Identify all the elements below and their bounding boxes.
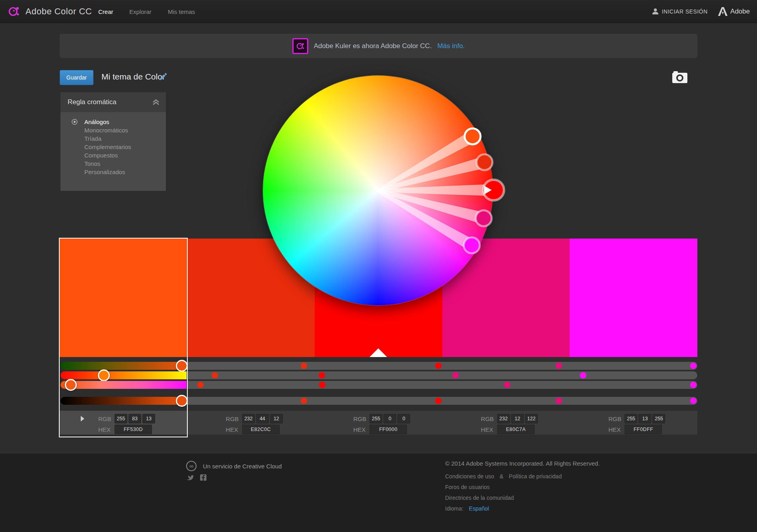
- rgb-value-field[interactable]: 122: [525, 414, 538, 423]
- color-slider[interactable]: [187, 397, 315, 405]
- twitter-icon[interactable]: [186, 474, 194, 481]
- color-slider[interactable]: [315, 397, 442, 405]
- rule-item-monocromáticos[interactable]: Monocromáticos: [60, 126, 166, 134]
- color-slider[interactable]: [60, 397, 187, 405]
- slider-dot[interactable]: [690, 382, 697, 388]
- forums-link[interactable]: Foros de usuarios: [445, 484, 600, 490]
- nav-item-mis-temas[interactable]: Mis temas: [168, 8, 195, 15]
- slider-dot[interactable]: [556, 363, 562, 369]
- rgb-row: RGB25500: [353, 414, 442, 423]
- nav-item-crear[interactable]: Crear: [98, 8, 113, 15]
- collapse-chevrons-icon[interactable]: [152, 99, 160, 105]
- rgb-value-field[interactable]: 44: [256, 414, 269, 423]
- hex-value-field[interactable]: FF0000: [370, 425, 407, 434]
- color-slider[interactable]: [60, 381, 187, 389]
- color-slider[interactable]: [315, 371, 442, 379]
- slider-dot[interactable]: [212, 372, 218, 379]
- color-slider[interactable]: [60, 371, 187, 379]
- color-slider[interactable]: [570, 362, 697, 370]
- guidelines-link[interactable]: Directrices de la comunidad: [445, 495, 600, 501]
- color-slider[interactable]: [187, 371, 315, 379]
- color-slider[interactable]: [187, 362, 315, 370]
- color-slider[interactable]: [442, 381, 570, 389]
- rgb-value-field[interactable]: 255: [115, 414, 127, 423]
- nav-item-explorar[interactable]: Explorar: [129, 8, 152, 15]
- rgb-label: RGB: [226, 416, 241, 422]
- rgb-value-field[interactable]: 0: [383, 414, 396, 423]
- slider-dot[interactable]: [435, 398, 442, 404]
- rgb-value-field[interactable]: 255: [370, 414, 382, 423]
- language-link[interactable]: Español: [469, 505, 489, 512]
- slider-dot[interactable]: [690, 398, 697, 404]
- theme-title[interactable]: Mi tema de Color: [101, 72, 165, 82]
- rule-item-complementarios[interactable]: Complementarios: [60, 143, 166, 151]
- color-slider[interactable]: [442, 371, 570, 379]
- color-slider[interactable]: [315, 362, 442, 370]
- slider-dot[interactable]: [301, 363, 307, 369]
- color-slider[interactable]: [60, 362, 187, 370]
- rgb-value-field[interactable]: 0: [397, 414, 410, 423]
- color-slider[interactable]: [442, 362, 570, 370]
- adobe-link[interactable]: Adobe: [718, 7, 750, 16]
- slider-dot[interactable]: [301, 398, 307, 404]
- rgb-value-field[interactable]: 232: [242, 414, 255, 423]
- color-slider[interactable]: [187, 381, 315, 389]
- camera-icon[interactable]: [672, 70, 687, 83]
- swatch-info: RGB2324412HEXE82C0C: [187, 411, 315, 435]
- color-slider[interactable]: [570, 397, 697, 405]
- slider-dot[interactable]: [319, 382, 325, 388]
- color-marker[interactable]: [477, 154, 492, 170]
- facebook-icon[interactable]: [200, 474, 206, 481]
- rgb-value-field[interactable]: 83: [128, 414, 141, 423]
- color-slider[interactable]: [570, 381, 697, 389]
- slider-dot[interactable]: [452, 372, 459, 379]
- privacy-link[interactable]: Política de privacidad: [509, 473, 562, 480]
- slider-dot[interactable]: [197, 382, 204, 388]
- brand[interactable]: Adobe Color CC: [8, 6, 92, 17]
- rule-item-tonos[interactable]: Tonos: [60, 159, 166, 168]
- slider-handle[interactable]: [98, 369, 110, 381]
- rgb-value-field[interactable]: 255: [652, 414, 665, 423]
- color-slider[interactable]: [442, 397, 570, 405]
- sign-in-button[interactable]: INICIAR SESIÓN: [652, 8, 708, 15]
- edit-pencil-icon[interactable]: [158, 73, 167, 82]
- slider-dot[interactable]: [504, 382, 510, 388]
- rule-item-label: Análogos: [84, 118, 109, 125]
- slider-dot[interactable]: [690, 363, 697, 369]
- slider-dot[interactable]: [319, 372, 325, 379]
- social-links: [186, 474, 206, 481]
- slider-handle[interactable]: [176, 360, 188, 372]
- rgb-value-field[interactable]: 255: [625, 414, 637, 423]
- color-slider[interactable]: [315, 381, 442, 389]
- hex-value-field[interactable]: E80C7A: [497, 425, 535, 434]
- rgb-value-field[interactable]: 13: [638, 414, 651, 423]
- active-swatch-pointer-icon: [370, 348, 387, 357]
- hex-value-field[interactable]: E82C0C: [242, 425, 280, 434]
- color-marker[interactable]: [465, 128, 481, 144]
- color-swatch[interactable]: [570, 239, 697, 357]
- hex-value-field[interactable]: FF0DFF: [625, 425, 662, 434]
- slider-dot[interactable]: [580, 372, 586, 379]
- rule-item-tríada[interactable]: Tríada: [60, 134, 166, 143]
- disclosure-triangle-icon[interactable]: [81, 416, 84, 421]
- color-marker[interactable]: [464, 237, 480, 253]
- save-button[interactable]: Guardar: [60, 70, 93, 85]
- slider-handle[interactable]: [176, 395, 188, 407]
- slider-dot[interactable]: [556, 398, 562, 404]
- rgb-value-field[interactable]: 12: [511, 414, 524, 423]
- rgb-value-field[interactable]: 13: [142, 414, 155, 423]
- rgb-value-field[interactable]: 12: [270, 414, 283, 423]
- slider-handle[interactable]: [65, 379, 77, 391]
- rgb-value-field[interactable]: 232: [497, 414, 510, 423]
- color-rule-header[interactable]: Regla cromática: [60, 92, 166, 112]
- color-swatch[interactable]: [60, 239, 187, 357]
- banner-more-info-link[interactable]: Más info.: [437, 42, 465, 50]
- color-slider[interactable]: [570, 371, 697, 379]
- rule-item-personalizados[interactable]: Personalizados: [60, 168, 166, 176]
- rule-item-compuestos[interactable]: Compuestos: [60, 151, 166, 159]
- terms-link[interactable]: Condiciones de uso: [445, 473, 494, 480]
- slider-dot[interactable]: [435, 363, 442, 369]
- rule-item-análogos[interactable]: Análogos: [60, 118, 166, 126]
- color-marker[interactable]: [476, 210, 492, 226]
- hex-value-field[interactable]: FF530D: [115, 425, 152, 434]
